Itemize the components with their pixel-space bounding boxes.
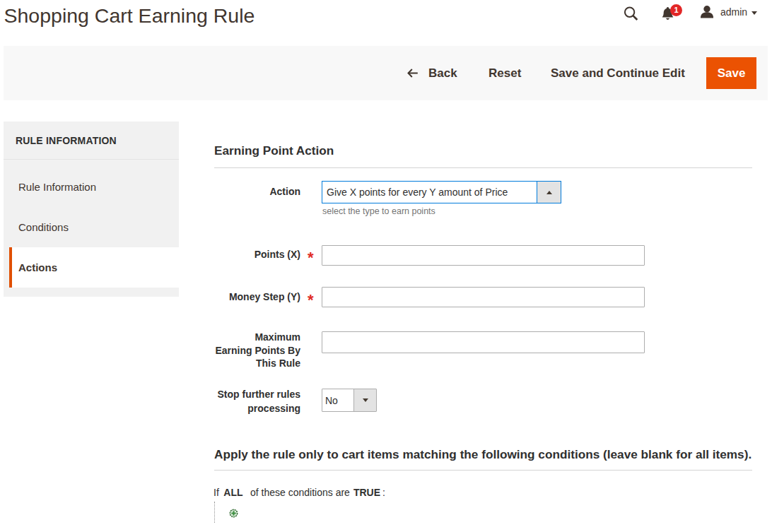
search-icon[interactable] [624, 6, 638, 21]
conditions-aggregator[interactable]: ALL [223, 487, 242, 498]
points-x-input[interactable] [322, 245, 645, 266]
user-menu-caret-icon[interactable] [751, 11, 757, 15]
sidebar-item-actions[interactable]: Actions [9, 247, 180, 288]
page-actions-toolbar: Back Reset Save and Continue Edit Save [4, 46, 768, 100]
if-prefix: If [214, 487, 219, 498]
triangle-up-icon [546, 191, 552, 194]
notification-badge[interactable]: 1 [670, 4, 682, 16]
rule-information-nav: RULE INFORMATION Rule Information Condit… [4, 122, 179, 297]
back-label: Back [428, 66, 457, 81]
notification-count: 1 [674, 6, 678, 14]
triangle-down-icon [363, 398, 368, 402]
sidebar-title: RULE INFORMATION [4, 122, 179, 160]
sidebar-list: Rule Information Conditions Actions [4, 160, 179, 297]
action-select[interactable]: Give X points for every Y amount of Pric… [322, 181, 561, 203]
save-button[interactable]: Save [706, 57, 756, 89]
add-condition-plus-icon [229, 509, 238, 518]
section-divider [214, 167, 752, 168]
user-avatar-icon[interactable] [700, 6, 714, 18]
action-select-toggle[interactable] [537, 182, 561, 203]
conditions-middle-text: of these conditions are [250, 487, 350, 498]
max-earning-points-input[interactable] [322, 331, 645, 353]
conditions-divider [214, 470, 752, 471]
conditions-value[interactable]: TRUE [353, 487, 380, 498]
action-select-value: Give X points for every Y amount of Pric… [322, 182, 537, 203]
back-button[interactable]: Back [407, 66, 457, 81]
conditions-colon: : [382, 487, 385, 498]
stop-label-line2: processing [247, 403, 300, 414]
conditions-children [214, 502, 299, 523]
stop-further-rules-label: Stop further rules processing [214, 387, 300, 415]
save-and-continue-button[interactable]: Save and Continue Edit [551, 66, 685, 81]
stop-rules-select-toggle[interactable] [353, 389, 376, 411]
sidebar-item-rule-information[interactable]: Rule Information [9, 167, 180, 207]
reset-button[interactable]: Reset [489, 66, 521, 81]
section-title-conditions: Apply the rule only to cart items matchi… [214, 447, 751, 461]
back-arrow-icon [407, 69, 418, 78]
conditions-if-line: IfALLof these conditions areTRUE: [214, 486, 385, 500]
page-title: Shopping Cart Earning Rule [4, 6, 255, 26]
max-label-line3: This Rule [256, 357, 300, 369]
max-label-line2: Earning Points By [215, 345, 300, 356]
stop-rules-select-value: No [322, 389, 353, 411]
action-field-note: select the type to earn points [322, 206, 435, 217]
money-step-y-required-star: * [308, 296, 314, 305]
stop-label-line1: Stop further rules [218, 389, 300, 400]
add-condition-button[interactable] [229, 509, 238, 518]
money-step-y-label: Money Step (Y) [214, 290, 300, 305]
money-step-y-input[interactable] [322, 287, 645, 307]
max-earning-points-label: Maximum Earning Points By This Rule [214, 331, 300, 370]
sidebar-item-conditions[interactable]: Conditions [9, 207, 180, 247]
section-title-earning-point-action: Earning Point Action [214, 143, 334, 158]
admin-user-label[interactable]: admin [720, 6, 747, 18]
max-label-line1: Maximum [255, 331, 300, 343]
stop-rules-select[interactable]: No [322, 389, 377, 412]
points-x-required-star: * [308, 254, 314, 262]
points-x-label: Points (X) [214, 248, 300, 262]
action-field-label: Action [214, 185, 300, 199]
